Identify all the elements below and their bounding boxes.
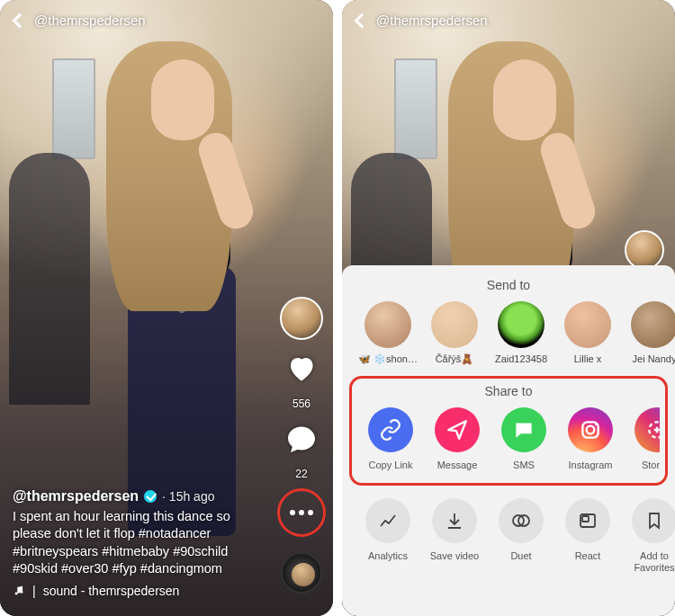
action-label: React [575,550,601,562]
svg-point-3 [587,426,595,434]
friend-item[interactable]: Zaid123458 [491,301,551,365]
action-label: Analytics [368,550,408,562]
caption-text[interactable]: I spent an hour learning this dance so p… [13,508,270,578]
stories-icon [634,407,660,452]
send-to-header: Send to [342,278,675,292]
share-sheet-screen: @themrspedersen Send to 🦋 ❄️shontell... … [342,0,675,616]
link-icon [368,407,413,452]
share-label: Stories [642,460,660,470]
action-label: Duet [510,550,531,562]
action-rail: 556 22 [279,297,324,594]
share-instagram[interactable]: Instagram [561,407,620,470]
duet-icon [499,498,544,543]
share-to-header: Share to [357,384,660,398]
share-label: Message [437,460,478,470]
share-label: SMS [513,460,535,470]
back-icon[interactable] [355,13,370,28]
friend-item[interactable]: 🦋 ❄️shontell... [358,301,418,365]
music-note-icon [13,585,25,597]
sound-row[interactable]: | sound - themrspedersen [13,584,270,598]
bookmark-icon [632,498,675,543]
tutorial-highlight-ring [277,488,326,537]
action-label: Save video [430,550,479,562]
friend-name: Lillie x [574,353,602,364]
friend-item[interactable]: Lillie x [558,301,617,365]
friend-name: Čåřýš🧸 [436,353,474,365]
send-to-row[interactable]: 🦋 ❄️shontell... Čåřýš🧸 Zaid123458 Lillie… [342,301,675,376]
comment-count: 22 [295,468,307,480]
verified-badge-icon [144,490,157,503]
header-username[interactable]: @themrspedersen [376,13,488,28]
share-label: Instagram [569,460,613,470]
friend-item[interactable]: Jei Nandy [625,301,675,365]
chat-bubble-icon [501,407,546,452]
friend-name: Zaid123458 [495,353,547,364]
svg-point-4 [595,424,597,425]
svg-rect-9 [582,516,589,522]
action-react[interactable]: React [558,498,617,574]
friend-avatar [564,301,611,348]
friend-avatar [364,301,411,348]
react-icon [565,498,610,543]
share-sms[interactable]: SMS [494,407,554,470]
action-label: Add to Favorites [625,550,675,574]
post-age: · 15h ago [162,489,214,504]
more-options-button[interactable] [282,493,321,532]
video-feed-screen: @themrspedersen 556 22 @themrspedersen ·… [0,0,333,616]
share-message[interactable]: Message [428,407,487,470]
svg-point-1 [20,591,22,594]
share-label: Copy Link [369,460,413,470]
friend-name: Jei Nandy [633,353,675,364]
share-copy-link[interactable]: Copy Link [361,407,420,470]
comment-icon[interactable] [285,423,318,455]
sound-disc[interactable] [281,552,322,594]
friend-item[interactable]: Čåřýš🧸 [425,301,484,365]
sound-label: sound - themrspedersen [43,584,180,598]
like-count: 556 [292,397,310,410]
instagram-icon [568,407,613,452]
svg-point-0 [15,592,18,594]
author-avatar[interactable] [280,297,323,340]
share-to-row[interactable]: Copy Link Message SMS [357,407,660,470]
author-username[interactable]: @themrspedersen [13,488,139,504]
friend-name: 🦋 ❄️shontell... [358,353,418,365]
share-to-highlight-box: Share to Copy Link Message [349,376,668,486]
share-sheet: Send to 🦋 ❄️shontell... Čåřýš🧸 Zaid12345… [342,265,675,616]
action-save-video[interactable]: Save video [425,498,484,574]
back-icon[interactable] [13,13,28,28]
friend-avatar [431,301,478,348]
action-duet[interactable]: Duet [491,498,551,574]
video-subject [97,25,259,529]
download-icon [432,498,477,543]
friend-avatar [631,301,675,348]
actions-row[interactable]: Analytics Save video Duet React [342,495,675,574]
like-icon[interactable] [285,353,318,385]
friend-avatar [498,301,544,348]
author-avatar[interactable] [625,230,664,270]
header-username[interactable]: @themrspedersen [34,13,146,28]
caption-block: @themrspedersen · 15h ago I spent an hou… [13,488,270,598]
action-analytics[interactable]: Analytics [358,498,418,574]
action-add-favorites[interactable]: Add to Favorites [625,498,675,574]
send-icon [435,407,480,452]
analytics-icon [365,498,410,543]
share-stories[interactable]: Stories [627,407,660,470]
